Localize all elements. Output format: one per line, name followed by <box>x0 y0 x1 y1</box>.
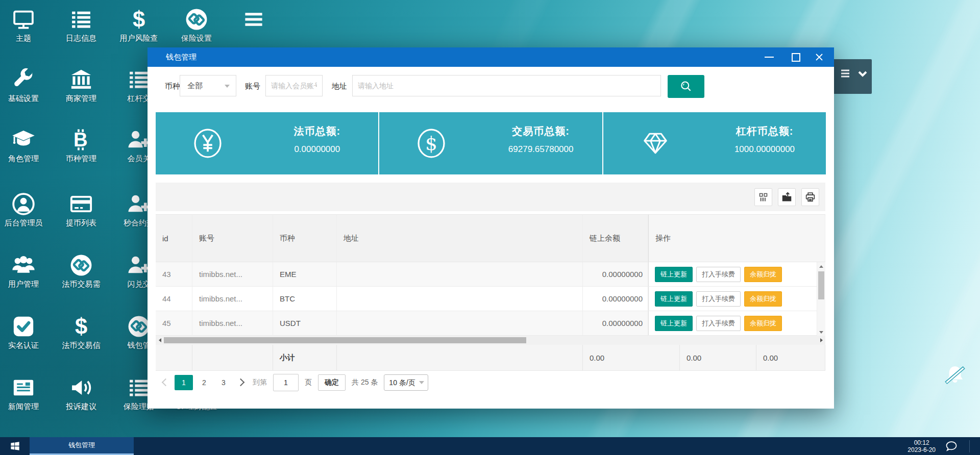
bank-icon <box>69 68 93 91</box>
close-icon <box>815 53 823 61</box>
personcircle-icon <box>12 192 35 216</box>
cell-acct: timibbs.net... <box>192 262 273 286</box>
search-button[interactable] <box>668 75 704 98</box>
close-button[interactable] <box>807 47 831 67</box>
scroll-down-arrow[interactable] <box>817 328 825 336</box>
desktop-icon[interactable]: $法币交易信 <box>53 312 110 350</box>
notifications-muted-icon[interactable] <box>942 363 968 389</box>
confirm-page-button[interactable]: 确定 <box>318 374 346 391</box>
table-toolbar <box>156 183 825 211</box>
desktop-icon[interactable] <box>225 5 282 34</box>
column-header: 操作 <box>648 215 825 262</box>
chain-update-button[interactable]: 链上更新 <box>655 316 693 331</box>
fee-inject-button[interactable]: 打入手续费 <box>696 291 741 307</box>
desktop-icon[interactable]: 投诉建议 <box>53 373 110 411</box>
list-icon <box>69 8 93 31</box>
balance-collect-button[interactable]: 余额归拢 <box>744 291 782 307</box>
dollar-icon: $ <box>127 8 151 31</box>
diamond-icon <box>640 128 671 159</box>
desktop-icon[interactable]: 后台管理员 <box>0 190 52 228</box>
cell-acct: timibbs.net... <box>192 287 273 311</box>
desktop-icon[interactable]: 角色管理 <box>0 125 52 163</box>
page-button-3[interactable]: 3 <box>215 375 232 390</box>
start-button[interactable] <box>0 437 30 455</box>
cell-coin: EME <box>273 262 337 286</box>
svg-text:$: $ <box>75 315 87 338</box>
account-input[interactable] <box>266 75 322 96</box>
scroll-right-arrow[interactable] <box>817 336 825 345</box>
fee-inject-button[interactable]: 打入手续费 <box>696 316 741 331</box>
fee-inject-button[interactable]: 打入手续费 <box>696 267 741 282</box>
vertical-scroll-thumb[interactable] <box>818 271 824 299</box>
desktop-icon[interactable]: 实名认证 <box>0 312 52 350</box>
news-icon <box>12 376 35 399</box>
horizontal-scrollbar[interactable] <box>156 336 825 345</box>
cell-id: 43 <box>156 262 192 286</box>
taskbar-clock[interactable]: 00:12 2023-6-20 <box>908 439 945 453</box>
desktop-icon[interactable]: 主题 <box>0 5 52 43</box>
desktop-icon[interactable]: 商家管理 <box>53 65 110 103</box>
people-icon <box>12 254 35 277</box>
summary-cards: 法币总额:0.00000000$交易币总额:69279.65780000杠杆币总… <box>156 112 826 174</box>
cell-id: 44 <box>156 287 192 311</box>
desktop-icon-label: 用户风险查 <box>110 34 167 43</box>
card-label: 交易币总额: <box>480 124 602 138</box>
coin-select[interactable]: 全部 <box>180 75 236 96</box>
desktop-icon[interactable]: 提币列表 <box>53 190 110 228</box>
desktop-icon[interactable]: 新闻管理 <box>0 373 52 411</box>
next-page-icon[interactable] <box>237 378 245 387</box>
chat-bubble-icon[interactable] <box>945 440 962 453</box>
desktop-icon-label: 投诉建议 <box>53 402 110 411</box>
column-header: 账号 <box>192 215 273 262</box>
scroll-left-arrow[interactable] <box>156 336 164 345</box>
print-button[interactable] <box>801 188 819 206</box>
vertical-scrollbar[interactable] <box>817 263 825 336</box>
desktop-icon-label: 实名认证 <box>0 341 52 350</box>
dollar-icon: $ <box>69 315 93 338</box>
cell-addr <box>337 311 583 335</box>
desktop-icon-label: 新闻管理 <box>0 402 52 411</box>
page-button-2[interactable]: 2 <box>196 375 212 390</box>
svg-text:B: B <box>74 129 88 150</box>
address-filter-label: 地址 <box>332 75 347 97</box>
scroll-up-arrow[interactable] <box>817 263 825 270</box>
desktop-icon[interactable]: 法币交易需 <box>53 251 110 289</box>
card-value: 1000.00000000 <box>703 144 826 155</box>
address-input[interactable] <box>353 75 660 96</box>
chain-update-button[interactable]: 链上更新 <box>655 267 693 282</box>
columns-toggle-button[interactable] <box>754 188 772 206</box>
balance-collect-button[interactable]: 余额归拢 <box>744 316 782 331</box>
dollarcircle-icon: $ <box>416 128 447 159</box>
balance-collect-button[interactable]: 余额归拢 <box>744 267 782 282</box>
prev-page-icon[interactable] <box>162 378 170 387</box>
page-button-1[interactable]: 1 <box>175 375 193 390</box>
desktop-icon[interactable]: 保险设置 <box>168 5 225 43</box>
menu-icon[interactable] <box>839 67 851 80</box>
card-value: 69279.65780000 <box>480 144 602 155</box>
maximize-button[interactable] <box>784 47 807 67</box>
window-titlebar[interactable]: 钱包管理 <box>148 47 834 67</box>
horizontal-scroll-thumb[interactable] <box>164 337 526 343</box>
summary-card: 杠杆币总额:1000.00000000 <box>603 112 826 174</box>
cell-bal: 0.00000000 <box>583 311 648 335</box>
cell-addr <box>337 287 583 311</box>
desktop-icon[interactable]: 用户管理 <box>0 251 52 289</box>
desktop-icon[interactable]: 基础设置 <box>0 65 52 103</box>
cell-actions: 链上更新打入手续费余额归拢 <box>648 311 817 335</box>
desktop-icon-label: 币种管理 <box>53 154 110 163</box>
goto-page-input[interactable] <box>273 374 299 391</box>
column-header: 链上余额 <box>583 215 648 262</box>
chain-update-button[interactable]: 链上更新 <box>655 291 693 307</box>
desktop-icon[interactable]: B币种管理 <box>53 125 110 163</box>
taskbar-task-wallet[interactable]: 钱包管理 <box>30 437 134 455</box>
desktop-icon[interactable]: $用户风险查 <box>110 5 167 43</box>
summary-card: $交易币总额:69279.65780000 <box>379 112 602 174</box>
card-label: 法币总额: <box>256 124 378 138</box>
minimize-button[interactable] <box>757 47 781 67</box>
export-button[interactable] <box>778 188 796 206</box>
chevron-down-icon[interactable] <box>856 67 869 80</box>
cell-actions: 链上更新打入手续费余额归拢 <box>648 287 817 311</box>
page-size-select[interactable]: 10 条/页 <box>384 374 428 391</box>
desktop-icon[interactable]: 日志信息 <box>53 5 110 43</box>
bitcoin-icon: B <box>69 128 93 151</box>
